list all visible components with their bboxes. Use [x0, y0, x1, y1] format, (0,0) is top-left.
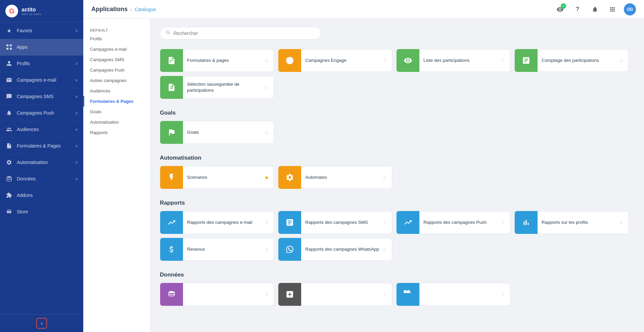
- sidebar-item-label: Formulaires & Pages: [17, 143, 75, 149]
- rapports-whatsapp-card-label: Rapports des campagnes WhatsApp: [305, 246, 380, 252]
- left-panel-campagnes-sms[interactable]: Campagnes SMS: [83, 54, 150, 65]
- app-card-goals[interactable]: Goals ☆: [160, 121, 274, 144]
- chevron-icon: ∨: [75, 177, 78, 181]
- app-card-rapports-push[interactable]: Rapports des campagnes Push ☆: [396, 211, 510, 234]
- chevron-icon: ∨: [75, 29, 78, 33]
- left-panel-audiences[interactable]: Audiences: [83, 86, 150, 96]
- liste-participations-star[interactable]: ☆: [501, 57, 505, 64]
- scenarios-star[interactable]: ★: [264, 174, 269, 181]
- automatisation-section: Automatisation Scénarios ★: [160, 155, 635, 189]
- search-icon: [166, 30, 171, 37]
- app-card-rapports-email[interactable]: Rapports des campagnes e-mail ☆: [160, 211, 274, 234]
- search-input[interactable]: [174, 31, 315, 36]
- goals-star[interactable]: ☆: [264, 129, 269, 136]
- view-button[interactable]: ✓: [554, 3, 566, 15]
- app-card-rapports-sms[interactable]: Rapports des campagnes SMS ☆: [278, 211, 392, 234]
- sidebar-item-campagnes-push[interactable]: Campagnes Push ∨: [0, 105, 83, 121]
- donnees-2-star[interactable]: ☆: [382, 291, 387, 298]
- sidebar: G actito PART OF GNTN ★ Favoris ∨ Apps: [0, 0, 83, 332]
- formulaires-pages-apps-section: Formulaires & pages ☆ Campagnes Engage ☆: [160, 49, 635, 99]
- left-panel-goals[interactable]: Goals: [83, 107, 150, 117]
- campagnes-engage-star[interactable]: ☆: [382, 57, 387, 64]
- app-card-liste-participations[interactable]: Liste des participations ☆: [396, 49, 510, 72]
- sidebar-item-label: Apps: [17, 44, 78, 50]
- automates-star[interactable]: ☆: [382, 174, 387, 181]
- app-card-rapports-whatsapp[interactable]: Rapports des campagnes WhatsApp ☆: [278, 238, 392, 261]
- rapports-push-star[interactable]: ☆: [501, 219, 505, 226]
- breadcrumb: Applications › Catalogue: [91, 6, 156, 13]
- notifications-button[interactable]: [589, 3, 601, 15]
- app-card-donnees-1[interactable]: ☆: [160, 283, 274, 306]
- goals-card-label: Goals: [187, 129, 262, 135]
- left-panel-profils[interactable]: Profils: [83, 34, 150, 44]
- app-card-scenarios[interactable]: Scénarios ★: [160, 166, 274, 189]
- page-title: Applications: [91, 6, 128, 13]
- sidebar-item-donnees[interactable]: Données ∨: [0, 171, 83, 187]
- sidebar-item-automatisation[interactable]: Automatisation ∨: [0, 154, 83, 171]
- app-card-formulaires-pages[interactable]: Formulaires & pages ☆: [160, 49, 274, 72]
- formulaires-pages-card-label: Formulaires & pages: [187, 57, 262, 64]
- collapse-button[interactable]: ‹: [36, 318, 47, 329]
- liste-participations-card-icon: [397, 49, 419, 72]
- campagnes-engage-card-icon: [278, 49, 301, 72]
- rapports-sms-card-icon: [278, 211, 301, 234]
- campagnes-sms-icon: [5, 93, 13, 100]
- sidebar-item-profils[interactable]: Profils ∨: [0, 55, 83, 72]
- left-panel-rapports[interactable]: Rapports: [83, 127, 150, 138]
- revenus-star[interactable]: ☆: [264, 246, 269, 253]
- sidebar-item-favoris[interactable]: ★ Favoris ∨: [0, 23, 83, 39]
- donnees-3-star[interactable]: ☆: [501, 291, 505, 298]
- favoris-icon: ★: [5, 27, 13, 34]
- app-card-donnees-3[interactable]: ☆: [396, 283, 510, 306]
- chevron-icon: ∨: [75, 94, 78, 99]
- selection-sauvegardee-star[interactable]: ☆: [264, 84, 269, 91]
- campagnes-push-icon: [5, 109, 13, 117]
- view-badge: ✓: [561, 3, 566, 9]
- donnees-icon: [5, 175, 13, 182]
- rapports-sms-star[interactable]: ☆: [382, 219, 387, 226]
- rapports-email-star[interactable]: ☆: [264, 219, 269, 226]
- sidebar-item-addons[interactable]: Addons: [0, 187, 83, 204]
- comptage-participations-star[interactable]: ☆: [619, 57, 624, 64]
- logo-area[interactable]: G actito PART OF GNTN: [0, 0, 83, 23]
- app-card-revenus[interactable]: Revenus ☆: [160, 238, 274, 261]
- sidebar-item-formulaires-pages[interactable]: Formulaires & Pages ∨: [0, 138, 83, 154]
- app-card-automates[interactable]: Automates ☆: [278, 166, 392, 189]
- sidebar-item-campagnes-email[interactable]: Campagnes e-mail ∨: [0, 72, 83, 88]
- app-card-rapports-profils[interactable]: Rapports sur les profils ☆: [514, 211, 629, 234]
- left-panel-autres-campagnes[interactable]: Autres campagnes: [83, 75, 150, 86]
- app-card-selection-sauvegardee[interactable]: Sélection sauvegardée de participations …: [160, 76, 274, 99]
- left-panel-formulaires-pages[interactable]: Formulaires & Pages: [83, 96, 150, 107]
- sidebar-item-apps[interactable]: Apps: [0, 39, 83, 55]
- donnees-1-star[interactable]: ☆: [264, 291, 269, 298]
- profils-icon: [5, 60, 13, 67]
- left-panel-campagnes-email[interactable]: Campagnes e-mail: [83, 44, 150, 54]
- app-card-donnees-2[interactable]: ☆: [278, 283, 392, 306]
- apps-grid-button[interactable]: [606, 3, 618, 15]
- breadcrumb-link[interactable]: Catalogue: [135, 7, 156, 12]
- sidebar-item-campagnes-sms[interactable]: Campagnes SMS ∨: [0, 88, 83, 105]
- help-button[interactable]: ?: [571, 3, 584, 15]
- chevron-icon: ∨: [75, 160, 78, 165]
- revenus-card-label: Revenus: [187, 246, 262, 252]
- sidebar-item-audiences[interactable]: Audiences ∨: [0, 121, 83, 138]
- rapports-profils-star[interactable]: ☆: [619, 219, 624, 226]
- left-panel-campagnes-push[interactable]: Campagnes Push: [83, 65, 150, 75]
- sidebar-item-label: Automatisation: [17, 160, 75, 165]
- formulaires-pages-star[interactable]: ☆: [264, 57, 269, 64]
- campagnes-engage-card-label: Campagnes Engage: [305, 57, 380, 64]
- addons-icon: [5, 192, 13, 199]
- logo-sub: PART OF GNTN: [21, 13, 41, 16]
- app-card-comptage-participations[interactable]: Comptage des participations ☆: [514, 49, 629, 72]
- sidebar-item-store[interactable]: Store: [0, 204, 83, 220]
- sidebar-nav: ★ Favoris ∨ Apps Profils ∨: [0, 23, 83, 314]
- app-card-campagnes-engage[interactable]: Campagnes Engage ☆: [278, 49, 392, 72]
- avatar-initials: GD: [627, 7, 633, 12]
- rapports-whatsapp-star[interactable]: ☆: [382, 246, 387, 253]
- user-avatar[interactable]: GD: [624, 3, 636, 15]
- left-panel-automatisation[interactable]: Automatisation: [83, 117, 150, 127]
- donnees-1-card-icon: [160, 283, 183, 306]
- automatisation-cards-grid: Scénarios ★ Automates ☆: [160, 166, 635, 189]
- automates-card-icon: [278, 166, 301, 189]
- sidebar-bottom: ‹: [0, 314, 83, 332]
